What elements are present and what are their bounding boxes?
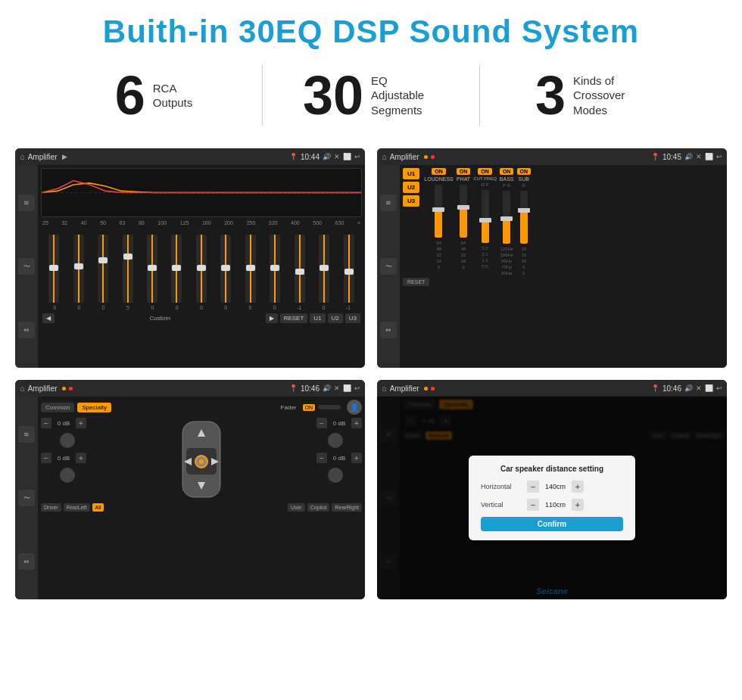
- tr-plus-button[interactable]: +: [351, 418, 362, 428]
- balance-icon[interactable]: ⇔: [18, 322, 35, 338]
- eq-slider-4[interactable]: [123, 235, 133, 303]
- volume-icon-3[interactable]: 🔊: [323, 384, 331, 392]
- u1-button[interactable]: U1: [310, 313, 325, 323]
- cutfreq-slider[interactable]: [482, 190, 489, 243]
- reset-button[interactable]: RESET: [280, 313, 308, 323]
- eq-icon-2[interactable]: ≋: [380, 194, 397, 211]
- driver-button[interactable]: Driver: [41, 503, 61, 512]
- u3-select-button[interactable]: U3: [403, 195, 419, 207]
- screens-grid: ⌂ Amplifier ▶ 📍 10:44 🔊 ✕ ⬜ ↩ ≋ 〜 ⇔: [0, 141, 742, 614]
- copilot-button[interactable]: Copilot: [307, 503, 330, 512]
- vertical-minus-button[interactable]: −: [527, 499, 539, 511]
- wave-icon-3[interactable]: 〜: [18, 490, 35, 506]
- eq-icon-3[interactable]: ≋: [18, 426, 35, 443]
- volume-icon[interactable]: 🔊: [323, 153, 331, 160]
- window-icon-2[interactable]: ⬜: [705, 153, 713, 160]
- home-icon-4[interactable]: ⌂: [382, 384, 387, 393]
- eq-slider-7[interactable]: [196, 235, 207, 303]
- window-icon-4[interactable]: ⬜: [705, 384, 713, 392]
- next-button[interactable]: ▶: [266, 313, 278, 323]
- sub-slider[interactable]: [520, 191, 528, 244]
- close-icon-3[interactable]: ✕: [334, 384, 340, 392]
- back-icon[interactable]: ↩: [354, 153, 360, 160]
- horizontal-plus-button[interactable]: +: [572, 481, 584, 493]
- loudness-slider[interactable]: [435, 185, 442, 238]
- volume-icon-2[interactable]: 🔊: [684, 153, 693, 160]
- wave-icon-2[interactable]: 〜: [380, 258, 397, 275]
- stat-crossover: 3 Kinds ofCrossover Modes: [480, 68, 697, 123]
- vertical-label: Vertical: [481, 501, 522, 509]
- phat-slider[interactable]: [460, 185, 467, 238]
- tr-db-value: 0 dB: [329, 420, 350, 427]
- eq-icon[interactable]: ≋: [18, 194, 35, 211]
- u1-select-button[interactable]: U1: [403, 168, 419, 179]
- phat-on[interactable]: ON: [457, 168, 471, 175]
- tr-minus-button[interactable]: −: [316, 418, 327, 428]
- prev-button[interactable]: ◀: [42, 313, 55, 323]
- amp-reset-button[interactable]: RESET: [403, 278, 429, 286]
- window-icon-3[interactable]: ⬜: [343, 384, 351, 392]
- user-button[interactable]: User: [288, 503, 305, 512]
- eq-slider-12[interactable]: [319, 235, 329, 303]
- horizontal-minus-button[interactable]: −: [527, 481, 539, 493]
- eq-slider-3[interactable]: [98, 235, 108, 303]
- fader-slider[interactable]: [318, 405, 341, 409]
- bass-on[interactable]: ON: [500, 168, 514, 175]
- cutfreq-on[interactable]: ON: [478, 168, 492, 175]
- rearleft-button[interactable]: RearLeft: [64, 503, 90, 512]
- sub-on[interactable]: ON: [517, 168, 532, 175]
- home-icon[interactable]: ⌂: [20, 152, 25, 161]
- eq-slider-5[interactable]: [147, 235, 157, 303]
- fader-on-tag[interactable]: ON: [303, 404, 316, 411]
- home-icon-2[interactable]: ⌂: [382, 152, 387, 161]
- u2-select-button[interactable]: U2: [403, 182, 419, 193]
- eq-slider-8[interactable]: [220, 235, 231, 303]
- screen1-title: Amplifier: [28, 153, 58, 161]
- all-button[interactable]: All: [92, 503, 104, 512]
- bass-slider[interactable]: [503, 191, 510, 244]
- stats-row: 6 RCAOutputs 30 EQ AdjustableSegments 3 …: [0, 58, 742, 141]
- common-tab[interactable]: Common: [41, 403, 74, 412]
- bl-minus-button[interactable]: −: [41, 453, 51, 463]
- eq-slider-11[interactable]: [295, 235, 305, 303]
- tl-plus-button[interactable]: +: [76, 418, 86, 428]
- eq-values-row: 0 0 0 5 0 0 0 0 0 0 -1 0 -1: [41, 303, 362, 310]
- u3-button[interactable]: U3: [345, 313, 360, 323]
- bl-plus-button[interactable]: +: [76, 453, 86, 463]
- specialty-tab[interactable]: Specialty: [77, 403, 111, 412]
- close-icon[interactable]: ✕: [334, 153, 340, 160]
- eq-slider-13[interactable]: [344, 235, 354, 303]
- br-plus-button[interactable]: +: [351, 453, 362, 463]
- eq-slider-2[interactable]: [73, 235, 84, 303]
- rearright-button[interactable]: RearRight: [332, 503, 362, 512]
- window-icon[interactable]: ⬜: [343, 153, 351, 160]
- eq-slider-10[interactable]: [270, 235, 280, 303]
- vertical-plus-button[interactable]: +: [572, 499, 584, 511]
- loudness-on[interactable]: ON: [432, 168, 446, 175]
- play-icon[interactable]: ▶: [62, 153, 67, 160]
- status-bar-2: ⌂ Amplifier 📍 10:45 🔊 ✕ ⬜ ↩: [377, 148, 727, 165]
- confirm-button[interactable]: Confirm: [481, 517, 623, 531]
- back-icon-3[interactable]: ↩: [354, 384, 360, 392]
- speaker-icon-bl: [60, 468, 75, 483]
- br-minus-button[interactable]: −: [316, 453, 327, 463]
- volume-icon-4[interactable]: 🔊: [684, 384, 693, 392]
- screen2-time: 10:45: [662, 153, 681, 161]
- back-icon-2[interactable]: ↩: [716, 153, 722, 160]
- balance-icon-2[interactable]: ⇔: [380, 322, 397, 338]
- home-icon-3[interactable]: ⌂: [20, 384, 25, 393]
- eq-sliders: [41, 227, 362, 303]
- wave-icon[interactable]: 〜: [18, 258, 35, 275]
- screen-amp: ⌂ Amplifier 📍 10:45 🔊 ✕ ⬜ ↩ ≋ 〜 ⇔ U1: [377, 148, 727, 368]
- eq-slider-6[interactable]: [171, 235, 182, 303]
- tl-minus-button[interactable]: −: [41, 418, 51, 428]
- eq-slider-1[interactable]: [48, 235, 59, 303]
- close-icon-2[interactable]: ✕: [696, 153, 702, 160]
- u2-button[interactable]: U2: [328, 313, 343, 323]
- eq-slider-9[interactable]: [245, 235, 256, 303]
- tl-db-value: 0 dB: [53, 420, 74, 427]
- balance-icon-3[interactable]: ⇔: [18, 553, 35, 570]
- back-icon-4[interactable]: ↩: [716, 384, 722, 392]
- speaker-top-bar: Common Specialty Fader ON 👤: [41, 400, 362, 415]
- close-icon-4[interactable]: ✕: [696, 384, 702, 392]
